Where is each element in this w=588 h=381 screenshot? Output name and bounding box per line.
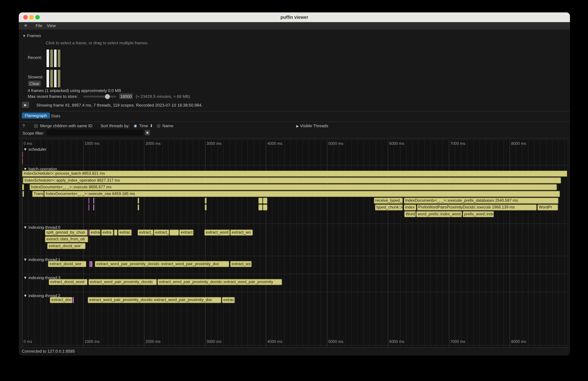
scope-bar[interactable]: extract_doc [50, 297, 72, 303]
recent-frames-thumbnail[interactable] [46, 49, 61, 68]
scope-bar[interactable]: prefix_word::index_prefix_wo [463, 211, 494, 217]
max-frames-slider[interactable] [83, 96, 116, 98]
scope-bar[interactable]: split_grenad_by_chun [45, 230, 87, 236]
scope-filter-input[interactable] [46, 130, 143, 135]
frame-bar[interactable] [50, 70, 53, 87]
scope-bar[interactable] [93, 204, 94, 211]
scope-bar[interactable]: extract_word [204, 230, 230, 236]
scope-bar[interactable] [258, 204, 263, 211]
thread-header[interactable]: ▼ scheduler [23, 147, 46, 151]
time-tick-label: 4000 ms [267, 339, 282, 344]
scope-bar[interactable]: Trans [32, 191, 44, 197]
scope-bar[interactable] [88, 230, 88, 236]
frame-bar[interactable] [46, 49, 49, 67]
scope-bar[interactable]: Word [404, 211, 416, 217]
scope-bar[interactable]: WordPr [537, 204, 558, 211]
scope-bar[interactable] [90, 261, 91, 267]
scope-bar[interactable] [73, 297, 74, 303]
scope-bar[interactable] [205, 198, 207, 204]
scope-bar[interactable]: extract [89, 230, 101, 236]
scope-bar[interactable] [205, 204, 207, 211]
help-button[interactable]: ? [22, 123, 25, 128]
scope-bar[interactable] [138, 204, 139, 211]
tab-stats[interactable]: Stats [51, 114, 61, 118]
scope-bar[interactable]: extrac [118, 230, 132, 236]
frame-bar[interactable] [58, 70, 61, 87]
frame-bar[interactable] [46, 70, 49, 87]
sort-direction-icon[interactable]: ⬇ [150, 123, 153, 128]
visible-threads-header[interactable]: ▶ Visible Threads [296, 123, 328, 128]
scope-bar[interactable] [89, 204, 89, 211]
thread-separator [22, 274, 567, 274]
scope-bar[interactable] [169, 230, 179, 236]
time-tick-label: 3000 ms [206, 141, 222, 146]
frame-bar[interactable] [50, 49, 53, 67]
scope-bar[interactable] [89, 261, 90, 267]
scope-bar[interactable]: IndexDocuments<_, _>::execute_prefix_dat… [404, 198, 559, 204]
frame-bar[interactable] [54, 70, 57, 87]
scope-bar[interactable]: index [404, 204, 416, 211]
scope-bar[interactable]: IndexScheduler>::apply_index_operation 8… [23, 177, 561, 183]
scope-bar[interactable]: extract [179, 230, 193, 236]
flamegraph-canvas[interactable]: 0 ms0 ms1000 ms1000 ms2000 ms2000 ms3000… [22, 140, 567, 347]
scope-bar[interactable] [23, 191, 24, 197]
scope-bar[interactable]: extract::data_from_ob [45, 236, 88, 242]
slider-handle[interactable] [105, 94, 110, 99]
scope-bar[interactable] [89, 198, 89, 204]
slowest-frames-thumbnail[interactable] [46, 69, 61, 88]
scope-bar[interactable]: typed_chunk::w [375, 204, 402, 211]
scope-bar[interactable]: IndexScheduler>::process_batch 8953.821 … [22, 171, 567, 177]
scope-bar[interactable] [263, 204, 268, 211]
scope-bar[interactable] [263, 198, 268, 204]
scope-bar[interactable]: IndexDocuments<_, _>::execute_raw 8459.1… [44, 191, 560, 197]
thread-separator [22, 165, 567, 165]
scope-bar[interactable]: extract_word_pair_proximity_docids [88, 279, 157, 285]
scope-bar[interactable]: receive_typed_ [374, 198, 402, 204]
sort-time-label[interactable]: Time [139, 123, 148, 128]
scope-bar[interactable]: word_prefix::index_word_prefix [416, 211, 462, 217]
sort-name-radio[interactable] [156, 124, 161, 128]
frames-section-header[interactable]: ▼ Frames [22, 33, 41, 38]
scope-bar[interactable]: extract_wo [230, 230, 253, 236]
clear-button[interactable]: Clear [28, 81, 41, 86]
scope-bar[interactable] [114, 230, 117, 236]
separator [19, 111, 570, 111]
frame-bar[interactable] [58, 49, 61, 67]
sort-name-label[interactable]: Name [162, 123, 173, 128]
scope-bar[interactable]: extract_docid_word [49, 279, 87, 285]
scope-bar[interactable]: extract_word_pair_proximity_docids::extr… [95, 261, 229, 267]
play-button[interactable]: ▶ [22, 102, 29, 108]
sort-time-radio[interactable] [133, 124, 138, 128]
merge-checkbox[interactable] [34, 124, 38, 128]
scope-bar[interactable]: extract_word_pair_proximity_docids::extr… [157, 279, 282, 285]
max-frames-note: (≈ 23428.5 minutes, ≈ 68 MB) [136, 94, 190, 99]
menu-file[interactable]: File [36, 23, 42, 28]
menu-view[interactable]: View [47, 23, 56, 28]
scope-bar[interactable] [22, 184, 24, 190]
clear-filter-button[interactable]: ✖ [145, 130, 150, 135]
app-icon[interactable]: ✳ [24, 23, 27, 28]
scope-bar[interactable] [93, 198, 94, 204]
thread-header[interactable]: ▼ batch-operation [23, 167, 57, 171]
scope-bar[interactable]: extract_docid_wor [48, 261, 86, 267]
scope-bar[interactable]: IndexDocuments<_, _>::execute 8656.677 m… [29, 184, 557, 190]
scope-bar[interactable] [22, 158, 23, 164]
scope-bar[interactable]: extract_ [138, 230, 153, 236]
scope-bar[interactable]: extract_docid_wor [47, 243, 85, 249]
scope-bar[interactable] [22, 152, 23, 158]
scope-bar[interactable]: extract_ [154, 230, 169, 236]
scope-bar[interactable]: extract_word_pair_proximity_docids::extr… [88, 297, 221, 303]
merge-label[interactable]: Merge children with same ID [40, 123, 92, 128]
thread-header[interactable]: ▼ indexing-thread:0 [23, 225, 61, 230]
time-tick-label: 2000 ms [146, 141, 161, 146]
frame-bar[interactable] [54, 49, 57, 67]
scope-bar[interactable] [138, 198, 139, 204]
tab-flamegraph[interactable]: Flamegraph [22, 112, 50, 119]
scope-bar[interactable] [92, 261, 92, 267]
max-frames-value[interactable]: 18000 [119, 93, 133, 99]
scope-bar[interactable]: PrefixWordPairsProximityDocids::execute … [417, 204, 537, 211]
scope-bar[interactable] [258, 198, 263, 204]
scope-bar[interactable]: extract_wo [230, 261, 252, 267]
scope-bar[interactable]: extrac [222, 297, 235, 303]
scope-bar[interactable]: extra [101, 230, 113, 236]
